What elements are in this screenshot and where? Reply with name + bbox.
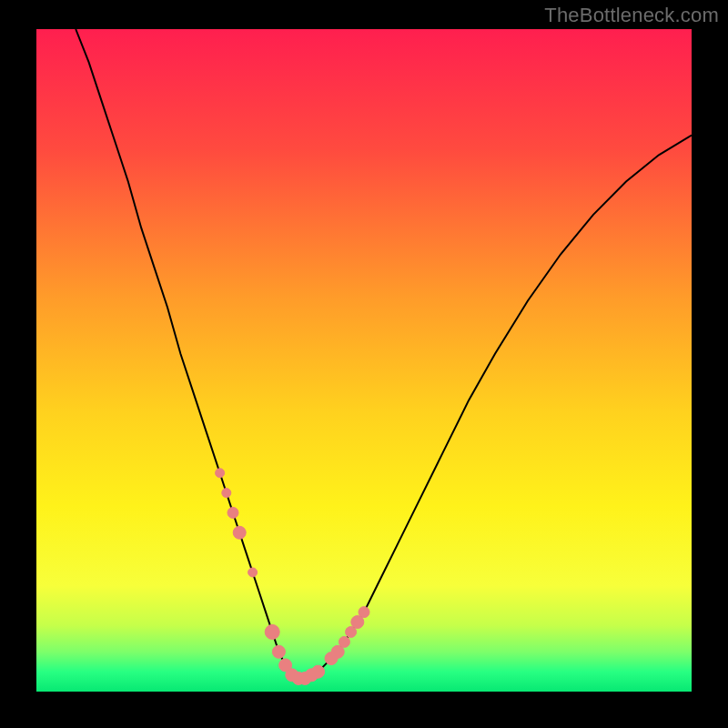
gradient-background	[36, 29, 692, 692]
marker-point	[312, 665, 325, 678]
marker-point	[359, 607, 369, 618]
marker-point	[222, 489, 231, 498]
plot-area	[36, 29, 692, 692]
marker-point	[265, 624, 279, 639]
marker-point	[248, 568, 258, 577]
marker-point	[233, 526, 246, 539]
marker-point	[272, 645, 285, 658]
chart-frame: TheBottleneck.com	[0, 0, 728, 728]
marker-point	[339, 636, 349, 647]
chart-svg	[36, 29, 692, 692]
marker-point	[228, 507, 238, 518]
watermark-text: TheBottleneck.com	[544, 4, 719, 27]
marker-point	[216, 469, 225, 478]
